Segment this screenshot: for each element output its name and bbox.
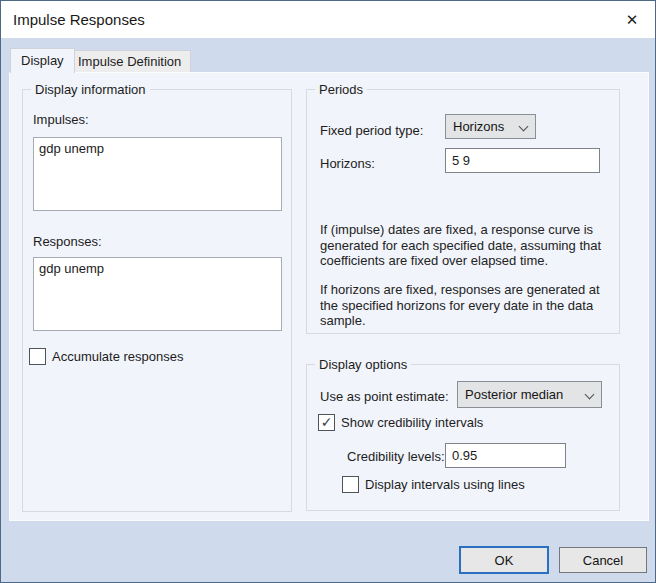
tab-display[interactable]: Display [10, 48, 75, 73]
show-credibility-intervals-checkbox[interactable]: ✓ [318, 414, 335, 431]
cancel-button[interactable]: Cancel [559, 547, 647, 573]
group-periods: Periods Fixed period type: Horizons Hori… [306, 89, 620, 334]
close-icon: ✕ [626, 11, 639, 29]
display-intervals-lines-label: Display intervals using lines [365, 477, 525, 492]
show-credibility-intervals-label: Show credibility intervals [341, 415, 483, 430]
group-display-information-label: Display information [31, 82, 150, 97]
display-intervals-lines-checkbox[interactable] [342, 476, 359, 493]
check-icon: ✓ [321, 415, 333, 429]
accumulate-responses-checkbox[interactable] [29, 348, 46, 365]
fixed-period-type-dropdown[interactable]: Horizons [445, 114, 536, 139]
responses-label: Responses: [33, 234, 102, 249]
ok-button[interactable]: OK [459, 546, 549, 574]
accumulate-responses-label: Accumulate responses [52, 349, 184, 364]
point-estimate-label: Use as point estimate: [320, 389, 449, 404]
tab-page-display: Display information Impulses: gdp unemp … [9, 72, 649, 521]
chevron-down-icon [586, 391, 594, 399]
horizons-input[interactable] [445, 148, 600, 173]
group-display-information: Display information Impulses: gdp unemp … [22, 89, 292, 512]
credibility-levels-label: Credibility levels: [347, 449, 445, 464]
point-estimate-dropdown[interactable]: Posterior median [457, 381, 602, 408]
close-button[interactable]: ✕ [609, 1, 655, 38]
fixed-period-type-value: Horizons [453, 119, 504, 134]
impulses-label: Impulses: [33, 112, 89, 127]
periods-help-text-1: If (impulse) dates are fixed, a response… [320, 222, 620, 269]
credibility-levels-input[interactable] [445, 443, 566, 468]
impulse-responses-dialog: Impulse Responses ✕ Display Impulse Defi… [0, 0, 656, 583]
group-periods-label: Periods [315, 82, 367, 97]
impulses-input[interactable]: gdp unemp [33, 137, 282, 211]
display-intervals-lines-row: Display intervals using lines [342, 476, 525, 493]
group-display-options: Display options Use as point estimate: P… [306, 364, 620, 511]
periods-help-text-2: If horizons are fixed, responses are gen… [320, 282, 620, 329]
chevron-down-icon [520, 123, 528, 131]
titlebar: Impulse Responses ✕ [1, 1, 655, 38]
tab-impulse-definition[interactable]: Impulse Definition [68, 50, 191, 73]
point-estimate-value: Posterior median [465, 387, 563, 402]
window-title: Impulse Responses [13, 1, 145, 38]
horizons-label: Horizons: [320, 156, 375, 171]
responses-input[interactable]: gdp unemp [33, 257, 282, 331]
group-display-options-label: Display options [315, 357, 411, 372]
show-credibility-intervals-row: ✓ Show credibility intervals [318, 414, 483, 431]
accumulate-responses-row: Accumulate responses [29, 348, 184, 365]
fixed-period-type-label: Fixed period type: [320, 123, 423, 138]
